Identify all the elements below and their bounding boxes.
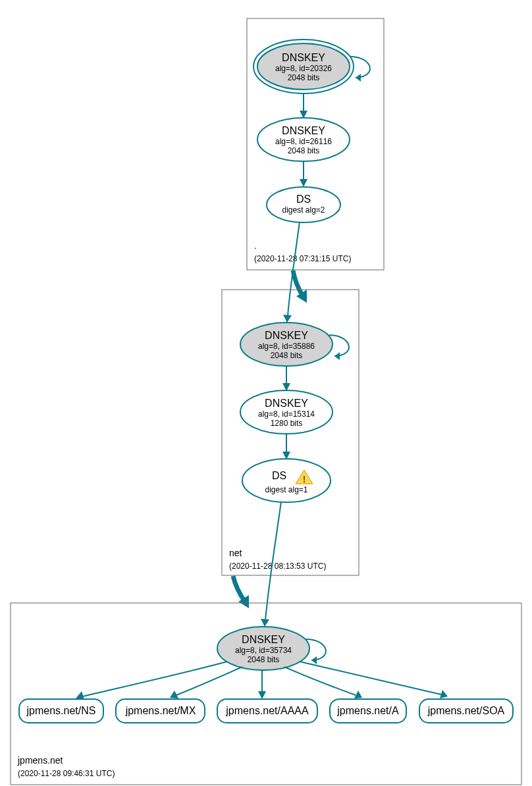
jpmens-ksk-sub1: alg=8, id=35734 (235, 646, 292, 655)
edge-ksk-aaaa-arrow (258, 691, 266, 699)
record-mx-label: jpmens.net/MX (125, 705, 196, 716)
delegation-net-jpmens (233, 576, 245, 602)
net-zsk-sub1: alg=8, id=15314 (258, 409, 315, 419)
net-ksk-sub1: alg=8, id=35886 (258, 342, 315, 351)
zone-net-label: net (229, 548, 242, 558)
edge-rootds-netksk-arrow (283, 315, 292, 323)
record-aaaa-label: jpmens.net/AAAA (225, 705, 309, 716)
zone-jpmens-timestamp: (2020-11-28 09:46:31 UTC) (18, 769, 115, 778)
net-ds-sub1: digest alg=1 (265, 485, 307, 494)
root-ds-sub1: digest alg=2 (282, 205, 325, 215)
edge-ksk-soa (300, 662, 441, 694)
net-zsk-title: DNSKEY (265, 398, 308, 409)
root-ksk-selfloop-arrow (356, 74, 361, 82)
jpmens-ksk-sub2: 2048 bits (248, 655, 280, 664)
jpmens-ksk-selfloop-arrow (311, 656, 317, 664)
delegation-root-net (293, 271, 303, 296)
root-zsk-sub1: alg=8, id=26116 (275, 137, 332, 146)
net-ksk-sub2: 2048 bits (271, 351, 303, 360)
zone-jpmens-label: jpmens.net (17, 755, 63, 766)
root-ds-title: DS (296, 194, 311, 205)
svg-text:!: ! (303, 474, 306, 485)
root-ksk-sub2: 2048 bits (288, 73, 320, 82)
net-ksk-title: DNSKEY (265, 330, 308, 341)
root-ksk-sub1: alg=8, id=20326 (275, 64, 332, 73)
zone-root-timestamp: (2020-11-28 07:31:15 UTC) (254, 254, 351, 263)
net-ds-title: DS (272, 470, 286, 481)
record-soa-label: jpmens.net/SOA (427, 705, 505, 716)
zone-root-label: . (254, 240, 257, 251)
edge-rootds-netksk (288, 222, 300, 316)
net-zsk-sub2: 1280 bits (271, 419, 303, 428)
edge-ksk-a (284, 667, 356, 695)
jpmens-ksk-title: DNSKEY (242, 634, 285, 645)
root-ksk-title: DNSKEY (282, 52, 325, 63)
net-ksk-selfloop-arrow (334, 352, 340, 360)
edge-ksk-mx (176, 667, 242, 695)
record-ns-label: jpmens.net/NS (26, 705, 96, 716)
zone-net-timestamp: (2020-11-28 08:13:53 UTC) (229, 562, 326, 571)
edge-netds-jpksk-arrow (261, 619, 269, 627)
root-ds-ellipse (267, 187, 340, 223)
edge-netds-jpksk (265, 502, 281, 620)
edge-rootzsk-rootds-arrow (300, 179, 307, 187)
record-a-label: jpmens.net/A (336, 705, 399, 716)
root-zsk-title: DNSKEY (282, 125, 325, 136)
dnssec-diagram: . (2020-11-28 07:31:15 UTC) DNSKEY alg=8… (0, 0, 532, 786)
edge-ksk-ns (82, 662, 227, 696)
root-zsk-sub2: 2048 bits (288, 146, 320, 155)
